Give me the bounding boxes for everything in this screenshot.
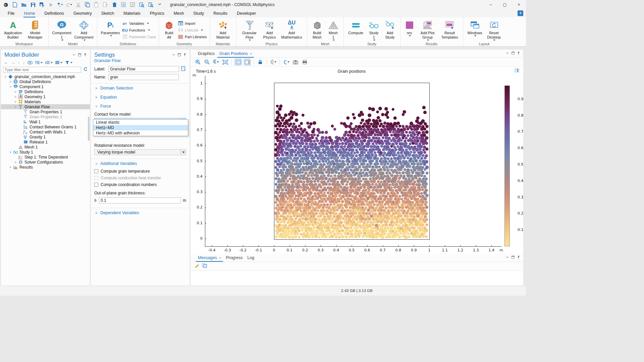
import-button[interactable]: Import [178,21,207,26]
expand-up-caret[interactable] [41,62,43,63]
pin-panel-icon[interactable] [517,51,520,55]
close-tab-icon[interactable]: × [250,52,252,56]
parameter-case-button[interactable]: P Parameter Case [122,34,156,39]
compute-coordination-numbers-checkbox[interactable]: Compute coordination numbers [91,181,190,188]
res-button[interactable]: res [403,19,416,37]
tree-item-materials[interactable]: >Materials [1,99,90,104]
scene-settings-caret[interactable] [274,61,276,63]
chevron-down-icon[interactable]: > [4,74,7,79]
section-domain-selection[interactable]: > Domain Selection [91,83,190,93]
tree-filter-input[interactable] [3,67,81,73]
menu-mesh[interactable]: Mesh [173,10,184,17]
rename-label-button[interactable] [181,66,186,72]
tree-item-component-1[interactable]: >ΩComponent 1 [1,84,90,89]
add-component-button[interactable]: Add Component [73,19,94,42]
clear-selection-button[interactable] [129,2,136,8]
tree-item-step-1-time-dependent[interactable]: Step 1: Time Dependent [1,155,90,160]
chevron-down-icon[interactable]: > [9,150,12,155]
functions-button[interactable]: f(x) Functions [122,27,156,33]
study-1-caret[interactable] [373,40,375,41]
tab-progress[interactable]: Progress [224,254,245,261]
pin-panel-icon[interactable] [183,53,186,57]
tree-item-geometry-1[interactable]: >AGeometry 1 [1,94,90,99]
help-icon[interactable]: ? [518,10,523,16]
parameters-caret[interactable] [110,35,112,37]
new-file-button[interactable] [12,2,18,8]
close-button[interactable]: × [512,0,526,9]
collapse-expand-up-icon[interactable] [35,61,43,64]
section-equation[interactable]: > Equation [91,93,190,102]
cut-button[interactable] [75,2,81,8]
copy-messages-button[interactable] [202,263,207,269]
tree-item-contact-between-grains-1[interactable]: DContact Between Grains 1 [1,124,90,129]
lock-axes-button[interactable] [257,59,264,65]
copy-button[interactable] [84,2,90,8]
dropdown-option-linear-elastic[interactable]: Linear elastic [93,120,188,125]
add-physics-button[interactable]: Add Physics [261,19,278,40]
tree-item-mesh-1[interactable]: Mesh 1 [1,144,90,149]
panel-menu-chevron-icon[interactable] [506,256,509,259]
add-study-button[interactable]: Add Study [383,19,397,40]
menu-physics[interactable]: Physics [150,10,165,17]
tree-item-definitions[interactable]: >Definitions [1,89,90,94]
customize-toolbar-chevron[interactable] [157,2,163,8]
livelink-caret[interactable] [201,29,203,31]
float-panel-icon[interactable] [178,53,181,57]
mesh-1-caret[interactable] [333,40,335,41]
chevron-right-icon[interactable]: > [13,95,18,99]
chevron-right-icon[interactable]: > [13,100,18,104]
model-manager-button[interactable]: Model Manager [25,19,46,40]
tree-item-granular-flow[interactable]: >Granular Flow [1,104,90,109]
snapshot-button[interactable] [292,59,299,65]
move-down-icon[interactable]: ↓ [23,60,25,65]
application-builder-button[interactable]: A Application Builder [3,19,23,40]
delete-button[interactable] [111,2,117,8]
name-input[interactable] [108,74,179,80]
component-1-button[interactable]: Ω Component 1 [51,19,72,42]
mesh-1-button[interactable]: Mesh 1 [326,19,341,42]
chevron-right-icon[interactable]: > [13,90,18,94]
tree-item-granular-convection-cleared-mph[interactable]: >granular_convection_cleared.mph [1,74,90,79]
zoom-box-caret[interactable] [217,61,219,63]
run-button[interactable] [48,2,54,8]
undo-menu-caret[interactable] [61,4,63,5]
component-caret[interactable] [61,40,63,41]
tab-graphics[interactable]: Graphics [196,50,217,57]
tab-messages[interactable]: Messages × [196,254,223,261]
tree-item-global-definitions[interactable]: >Global Definitions [1,79,90,84]
zoom-box-button[interactable] [213,59,219,65]
section-additional-variables[interactable]: > Additional Variables [91,159,190,168]
menu-materials[interactable]: Materials [123,10,141,17]
move-up-icon[interactable]: ↑ [18,60,20,65]
menu-study[interactable]: Study [193,10,204,17]
checkbox-icon[interactable] [94,183,98,187]
expand-down-caret[interactable] [51,62,53,63]
show-legend-toggle[interactable] [244,59,251,65]
menu-results[interactable]: Results [213,10,228,17]
tab-grain-positions[interactable]: Grain Positions × [217,50,254,57]
chevron-down-icon[interactable]: > [14,105,17,109]
create-selection-button[interactable] [120,2,126,8]
result-templates-button[interactable]: Result Templates [439,19,460,40]
panel-menu-chevron-icon[interactable] [172,53,175,57]
chevron-right-icon[interactable]: > [8,80,13,83]
granular-flow-ribbon-caret[interactable] [249,40,251,41]
forward-arrow-icon[interactable]: → [11,60,15,65]
add-plot-group-button[interactable]: Add Plot Group [417,19,438,42]
variables-button[interactable]: a= Variables [122,21,156,26]
tree-item-release-1[interactable]: Release 1 [1,139,90,144]
show-grid-toggle[interactable] [235,59,241,65]
scene-settings-button[interactable] [270,59,277,65]
zoom-extents-button[interactable] [222,59,228,65]
tree-item-grain-properties-2[interactable]: Grain Properties 2 [1,114,90,119]
maximize-button[interactable]: ▢ [498,0,512,9]
redo-menu-caret[interactable] [70,4,72,5]
update-plot-button[interactable] [283,59,290,65]
dropdown-option-hertz-md-adhesion[interactable]: Hertz–MD with adhesion [93,130,188,136]
model-tree-node-text-icon[interactable] [55,61,62,64]
add-mathematics-button[interactable]: ΔU Add Mathematics [279,19,304,40]
windows-caret[interactable] [474,35,476,37]
res-caret[interactable] [409,35,411,37]
chevron-right-icon[interactable]: > [8,166,13,169]
tree-item-grain-properties-1[interactable]: Grain Properties 1 [1,109,90,114]
